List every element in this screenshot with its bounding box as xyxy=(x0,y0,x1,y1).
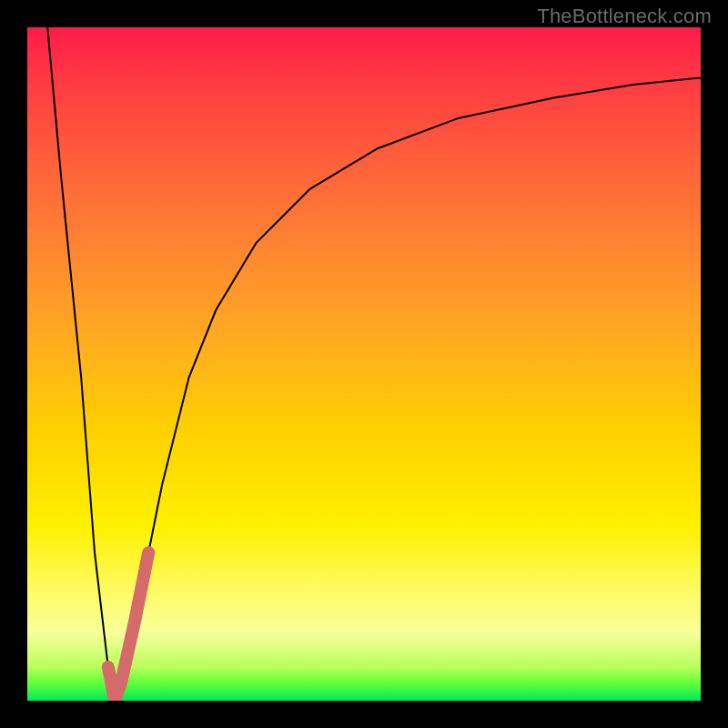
plot-area xyxy=(27,27,701,701)
highlight-segment xyxy=(108,552,148,701)
curve-layer xyxy=(27,27,701,701)
chart-frame: TheBottleneck.com xyxy=(0,0,728,728)
watermark-text: TheBottleneck.com xyxy=(537,5,712,28)
